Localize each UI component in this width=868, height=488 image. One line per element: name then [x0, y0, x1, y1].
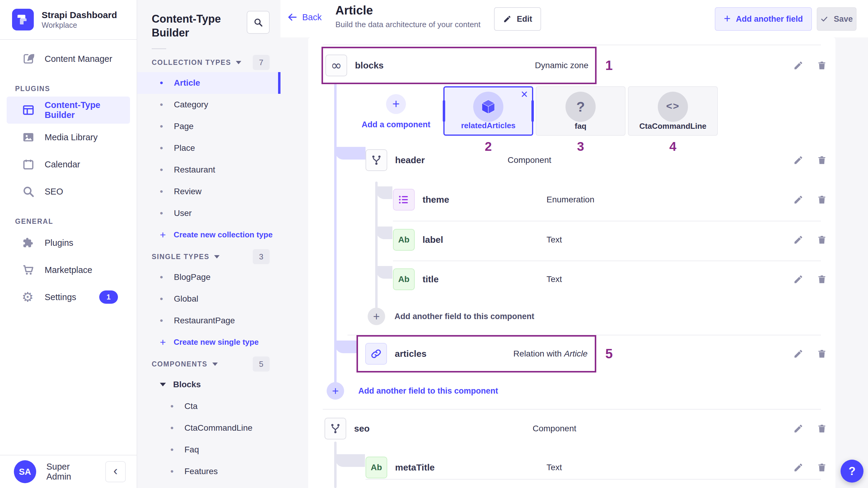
subnav-item-article[interactable]: •Article [137, 72, 280, 94]
sidebar-item-label: Marketplace [44, 265, 92, 275]
help-button[interactable]: ? [841, 460, 864, 483]
avatar[interactable]: SA [14, 460, 36, 483]
subnav-item-review[interactable]: •Review [137, 181, 280, 202]
add-another-field-button[interactable]: + Add another field [715, 7, 812, 31]
search-button[interactable] [247, 11, 270, 34]
delete-field-icon[interactable] [817, 423, 827, 434]
edit-field-icon[interactable] [793, 462, 803, 472]
edit-button[interactable]: Edit [494, 7, 541, 31]
save-button[interactable]: Save [817, 7, 857, 31]
subnav-item-place[interactable]: •Place [137, 137, 280, 159]
field-row-blocks[interactable]: ∞ blocks Dynamic zone 1 [308, 47, 835, 84]
check-icon [820, 15, 828, 23]
component-group-blocks[interactable]: Blocks [137, 374, 280, 395]
code-icon: <> [658, 92, 688, 122]
delete-field-icon[interactable] [817, 274, 827, 284]
fields-card: ∞ blocks Dynamic zone 1 + Add a componen… [308, 37, 835, 488]
arrow-left-icon [287, 12, 298, 22]
seo-search-icon [22, 185, 35, 198]
field-row-theme[interactable]: theme Enumeration [308, 180, 835, 220]
delete-field-icon[interactable] [817, 235, 827, 245]
sidebar-item-label: Content-Type Builder [44, 100, 130, 120]
edit-field-icon[interactable] [793, 155, 803, 165]
subnav-item-cta[interactable]: •Cta [137, 395, 280, 417]
field-row-seo[interactable]: seo Component [308, 409, 835, 449]
edit-field-icon[interactable] [793, 349, 803, 359]
subnav-item-category[interactable]: •Category [137, 94, 280, 116]
media-library-icon [22, 131, 35, 144]
subnav-item-restaurant[interactable]: •Restaurant [137, 159, 280, 181]
edit-field-icon[interactable] [793, 423, 803, 434]
sidebar-item-content-manager[interactable]: Content Manager [7, 45, 130, 72]
sidebar-section-plugins: PLUGINS [0, 81, 136, 96]
create-collection-type-link[interactable]: + Create new collection type [137, 224, 280, 245]
add-field-to-related-component-button[interactable]: + Add another field to this component [308, 372, 835, 409]
chevron-down-icon [214, 255, 220, 258]
calendar-icon [22, 158, 35, 171]
settings-badge: 1 [99, 291, 118, 304]
subnav-item-faq[interactable]: •Faq [137, 439, 280, 461]
sidebar-item-label: SEO [44, 187, 63, 196]
sidebar-item-plugins[interactable]: Plugins [7, 229, 130, 256]
add-field-to-header-component-button[interactable]: + Add another field to this component [308, 298, 835, 335]
close-icon[interactable]: × [521, 88, 528, 101]
subnav-item-user[interactable]: •User [137, 202, 280, 224]
create-single-type-link[interactable]: + Create new single type [137, 332, 280, 353]
field-row-header[interactable]: header Component [308, 140, 835, 180]
sidebar-item-label: Plugins [44, 238, 73, 248]
page-subtitle: Build the data architecture of your cont… [335, 20, 480, 29]
delete-field-icon[interactable] [817, 155, 827, 165]
question-mark-icon: ? [848, 465, 855, 478]
component-card-relatedarticles[interactable]: × relatedArticles [443, 86, 533, 136]
content-manager-icon [22, 52, 35, 65]
brand-name: Strapi Dashboard [42, 10, 117, 21]
sidebar-item-media-library[interactable]: Media Library [7, 124, 130, 151]
chevron-down-icon [160, 383, 166, 386]
delete-field-icon[interactable] [817, 349, 827, 359]
edit-field-icon[interactable] [793, 235, 803, 245]
sidebar-item-marketplace[interactable]: Marketplace [7, 256, 130, 283]
component-card-faq[interactable]: ? faq [536, 86, 625, 136]
sidebar-item-seo[interactable]: SEO [7, 178, 130, 205]
text-field-icon: Ab [393, 268, 415, 290]
back-link[interactable]: Back [287, 12, 321, 22]
section-collection-types[interactable]: COLLECTION TYPES 7 [137, 53, 280, 72]
sidebar-item-label: Calendar [44, 159, 80, 170]
subnav-item-blogpage[interactable]: •BlogPage [137, 266, 280, 288]
cube-icon [473, 92, 503, 122]
field-row-metatitle[interactable]: Ab metaTitle Text [308, 448, 835, 487]
collection-types-count: 7 [253, 55, 270, 70]
delete-field-icon[interactable] [817, 60, 827, 70]
single-types-count: 3 [253, 249, 270, 264]
main-content: Back Article Build the data architecture… [280, 0, 868, 488]
subnav-item-ctacommandline[interactable]: •CtaCommandLine [137, 417, 280, 439]
edit-field-icon[interactable] [793, 60, 803, 70]
component-icon [324, 418, 346, 439]
chevron-down-icon [212, 363, 218, 366]
sidebar-item-content-type-builder[interactable]: Content-Type Builder [7, 96, 130, 124]
delete-field-icon[interactable] [817, 194, 827, 205]
plus-icon: + [160, 336, 166, 348]
field-row-label[interactable]: Ab label Text [308, 220, 835, 260]
subnav-item-features[interactable]: •Features [137, 461, 280, 482]
collapse-sidebar-button[interactable]: ‹ [105, 461, 126, 482]
section-components[interactable]: COMPONENTS 5 [137, 355, 280, 374]
edit-field-icon[interactable] [793, 274, 803, 284]
sidebar-item-calendar[interactable]: Calendar [7, 151, 130, 178]
subnav-item-global[interactable]: •Global [137, 288, 280, 310]
edit-field-icon[interactable] [793, 194, 803, 205]
field-row-articles[interactable]: articles Relation with Article 5 [308, 335, 835, 372]
subnav-item-restaurantpage[interactable]: •RestaurantPage [137, 310, 280, 332]
section-single-types[interactable]: SINGLE TYPES 3 [137, 247, 280, 266]
add-a-component-button[interactable]: + Add a component [356, 86, 435, 138]
brand[interactable]: Strapi Dashboard Workplace [0, 0, 136, 40]
sidebar-item-label: Settings [44, 292, 76, 302]
enumeration-icon [393, 189, 415, 211]
delete-field-icon[interactable] [817, 462, 827, 472]
field-row-title[interactable]: Ab title Text [308, 260, 835, 299]
subnav-item-page[interactable]: •Page [137, 116, 280, 137]
brand-workspace: Workplace [42, 21, 117, 30]
cart-icon [22, 263, 35, 277]
sidebar-item-settings[interactable]: ⚙ Settings 1 [7, 283, 130, 311]
component-card-ctacommandline[interactable]: <> CtaCommandLine [628, 86, 718, 136]
